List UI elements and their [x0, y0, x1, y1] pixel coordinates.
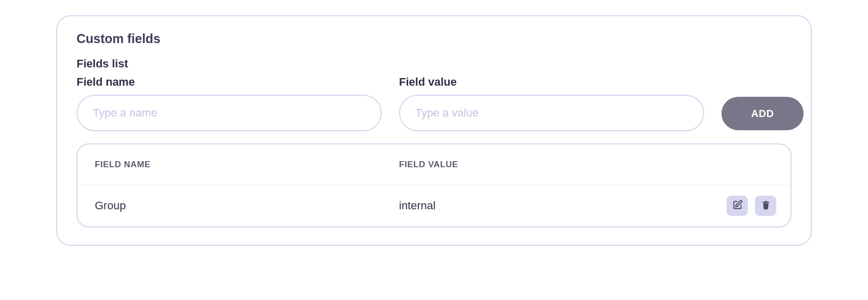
delete-button[interactable] — [755, 196, 776, 216]
table-header-row: FIELD NAME FIELD VALUE — [78, 144, 790, 185]
field-value-label: Field value — [399, 76, 704, 89]
fields-table-container: FIELD NAME FIELD VALUE Group internal — [77, 143, 791, 228]
fields-list-title: Fields list — [77, 57, 791, 70]
cell-actions — [709, 185, 790, 227]
column-header-value: FIELD VALUE — [382, 144, 709, 185]
column-header-name: FIELD NAME — [78, 144, 382, 185]
column-header-actions — [709, 144, 790, 185]
cell-field-value: internal — [382, 185, 709, 227]
trash-icon — [761, 200, 771, 212]
edit-button[interactable] — [727, 196, 748, 216]
field-name-column: Field name — [77, 76, 382, 131]
row-actions — [727, 196, 776, 216]
fields-table: FIELD NAME FIELD VALUE Group internal — [78, 144, 790, 227]
add-button-column: ADD — [721, 97, 804, 131]
edit-icon — [732, 200, 743, 212]
table-row: Group internal — [78, 185, 790, 227]
field-value-input[interactable] — [399, 95, 704, 131]
cell-field-name: Group — [78, 185, 382, 227]
add-field-form: Field name Field value ADD — [77, 76, 791, 131]
panel-title: Custom fields — [77, 31, 791, 46]
field-name-label: Field name — [77, 76, 382, 89]
custom-fields-panel: Custom fields Fields list Field name Fie… — [56, 15, 812, 246]
field-name-input[interactable] — [77, 95, 382, 131]
add-button[interactable]: ADD — [721, 97, 804, 130]
field-value-column: Field value — [399, 76, 704, 131]
